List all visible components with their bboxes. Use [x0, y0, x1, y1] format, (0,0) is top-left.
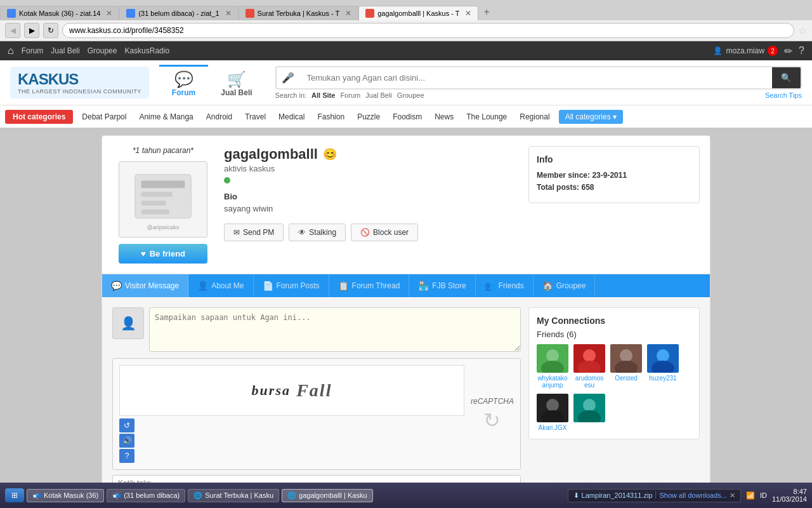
visitor-msg-icon: 💬: [111, 281, 122, 291]
cat-foodism[interactable]: Foodism: [386, 110, 428, 124]
tab-groupee[interactable]: 🏠 Groupee: [534, 274, 596, 297]
search-input[interactable]: [299, 68, 772, 88]
search-opt-jualbeli[interactable]: Jual Beli: [365, 91, 392, 99]
search-opt-forum[interactable]: Forum: [340, 91, 360, 99]
total-posts-value: 658: [581, 183, 594, 192]
cat-travel[interactable]: Travel: [239, 110, 272, 124]
send-pm-button[interactable]: ✉ Send PM: [224, 224, 284, 241]
friend-item-2[interactable]: arudomos esu: [573, 344, 605, 389]
main-area: *1 tahun pacaran* @aripwicaks ♥ Be frien…: [0, 128, 812, 508]
start-button[interactable]: ⊞: [5, 488, 24, 502]
search-tips[interactable]: Search Tips: [765, 91, 802, 99]
taskbar-clock: 8:47 11/03/2014: [772, 488, 807, 503]
friend-item-6[interactable]: [573, 394, 605, 431]
tab-fjb-store[interactable]: 🏪 FJB Store: [409, 274, 475, 297]
header-tab-forum[interactable]: 💬 Forum: [159, 65, 208, 101]
refresh-button[interactable]: ↻: [43, 23, 58, 38]
search-box: 🎤 🔍: [275, 66, 802, 90]
tab-close-3[interactable]: ✕: [345, 9, 351, 18]
tab-close-1[interactable]: ✕: [106, 9, 112, 18]
user-avatar-icon: 👤: [713, 46, 723, 55]
tab-close-4[interactable]: ✕: [465, 9, 471, 18]
visitor-input-row: 👤: [112, 307, 521, 352]
cat-regional[interactable]: Regional: [513, 110, 556, 124]
tab-title-1: Kotak Masuk (36) - ziat.14: [19, 10, 100, 17]
topnav-groupee[interactable]: Groupee: [88, 46, 117, 55]
tab-forum-posts[interactable]: 📄 Forum Posts: [254, 274, 329, 297]
cat-news[interactable]: News: [428, 110, 460, 124]
taskbar-app-label-1: Kotak Masuk (36): [44, 491, 98, 499]
topnav-home-icon[interactable]: ⌂: [8, 45, 14, 57]
friend-name-2: arudomos esu: [573, 375, 605, 389]
tab-1[interactable]: Kotak Masuk (36) - ziat.14 ✕: [0, 6, 119, 20]
friend-item-1[interactable]: whykatako anjump: [537, 344, 568, 389]
block-user-button[interactable]: 🚫 Block user: [351, 224, 418, 241]
topnav-user[interactable]: 👤 moza.miaw 2: [713, 46, 778, 56]
header-tab-jualbeli[interactable]: 🛒 Jual Beli: [208, 65, 265, 101]
captcha-help-button[interactable]: ?: [119, 449, 134, 463]
connections-box: My Connections Friends (6): [528, 307, 700, 439]
mic-icon[interactable]: 🎤: [277, 72, 299, 84]
stalking-button[interactable]: 👁 Stalking: [289, 224, 346, 241]
download-bar[interactable]: ⬇ Lampiran_2014311.zip Show all download…: [568, 489, 741, 502]
taskbar-app-1[interactable]: 📬 Kotak Masuk (36): [27, 489, 104, 502]
help-icon[interactable]: ?: [799, 45, 804, 57]
tab-visitor-message[interactable]: 💬 Visitor Message: [102, 274, 188, 297]
cat-medical[interactable]: Medical: [272, 110, 311, 124]
new-tab-button[interactable]: +: [478, 4, 494, 20]
search-opt-allsite[interactable]: All Site: [311, 91, 335, 99]
tab-2[interactable]: (31 belum dibaca) - ziat_1 ✕: [119, 6, 238, 20]
forward-button[interactable]: ▶: [24, 23, 39, 38]
cat-debatparpol[interactable]: Debat Parpol: [75, 110, 133, 124]
captcha-audio-button[interactable]: 🔊: [119, 434, 134, 448]
tab-4[interactable]: gagalgomballl | Kaskus - T ✕: [358, 6, 478, 20]
site-topnav: ⌂ Forum Jual Beli Groupee KaskusRadio 👤 …: [0, 41, 812, 60]
search-in-label: Search in:: [275, 91, 307, 99]
search-opt-groupee[interactable]: Groupee: [397, 91, 424, 99]
tab-forum-thread[interactable]: 📋 Forum Thread: [329, 274, 410, 297]
avatar-svg: @aripwicaks: [119, 162, 207, 237]
friend-item-5[interactable]: Akari.JGX: [537, 394, 568, 431]
tab-about-me[interactable]: 👤 About Me: [188, 274, 253, 297]
edit-icon[interactable]: ✏: [784, 45, 792, 57]
friends-grid: whykatako anjump arudomos esu: [537, 344, 691, 431]
taskbar-app-3[interactable]: 🌐 Surat Terbuka | Kasku: [188, 489, 279, 502]
logo[interactable]: KASKUS THE LARGEST INDONESIAN COMMUNITY: [10, 67, 149, 98]
taskbar-app-icon-2: 📬: [112, 491, 121, 500]
topnav-kaskusradio[interactable]: KaskusRadio: [124, 46, 169, 55]
topnav-jualbeli[interactable]: Jual Beli: [51, 46, 79, 55]
cat-lounge[interactable]: The Lounge: [460, 110, 513, 124]
friend-item-3[interactable]: Oersted: [610, 344, 642, 389]
send-pm-label: Send PM: [243, 228, 274, 237]
download-close-icon[interactable]: ✕: [730, 491, 735, 500]
cat-android[interactable]: Android: [200, 110, 239, 124]
user-placeholder-icon: 👤: [121, 316, 136, 331]
taskbar-app-2[interactable]: 📬 (31 belum dibaca): [107, 489, 185, 502]
download-show-all[interactable]: Show all downloads...: [655, 491, 727, 499]
bookmark-icon[interactable]: ☆: [798, 25, 807, 37]
tab-close-2[interactable]: ✕: [225, 9, 232, 18]
site-header: KASKUS THE LARGEST INDONESIAN COMMUNITY …: [0, 60, 812, 105]
notification-badge[interactable]: 2: [768, 46, 778, 56]
friend-item-4[interactable]: huzey231: [647, 344, 679, 389]
taskbar-app-4[interactable]: 🌐 gagalgomballl | Kasku: [282, 489, 372, 502]
visitor-message-textarea[interactable]: [149, 307, 521, 352]
profile-body: 👤 bursa Fall ↺: [102, 297, 710, 502]
tab-friends[interactable]: 👥 Friends: [476, 274, 534, 297]
svg-rect-4: [141, 201, 166, 206]
tab-3[interactable]: Surat Terbuka | Kaskus - T ✕: [239, 6, 359, 20]
search-button[interactable]: 🔍: [772, 67, 801, 88]
hot-categories-button[interactable]: Hot categories: [5, 110, 73, 124]
stalking-label: Stalking: [309, 228, 336, 237]
topnav-forum[interactable]: Forum: [22, 46, 44, 55]
profile-main: 👤 bursa Fall ↺: [112, 307, 521, 491]
forum-thread-icon: 📋: [338, 281, 349, 291]
address-bar[interactable]: [62, 23, 794, 38]
cat-anime[interactable]: Anime & Manga: [133, 110, 199, 124]
captcha-refresh-button[interactable]: ↺: [119, 418, 134, 432]
cat-fashion[interactable]: Fashion: [311, 110, 351, 124]
cat-puzzle[interactable]: Puzzle: [351, 110, 386, 124]
all-categories-button[interactable]: All categories ▾: [559, 110, 623, 124]
be-friend-button[interactable]: ♥ Be friend: [119, 244, 207, 264]
back-button[interactable]: ◀: [5, 23, 20, 38]
